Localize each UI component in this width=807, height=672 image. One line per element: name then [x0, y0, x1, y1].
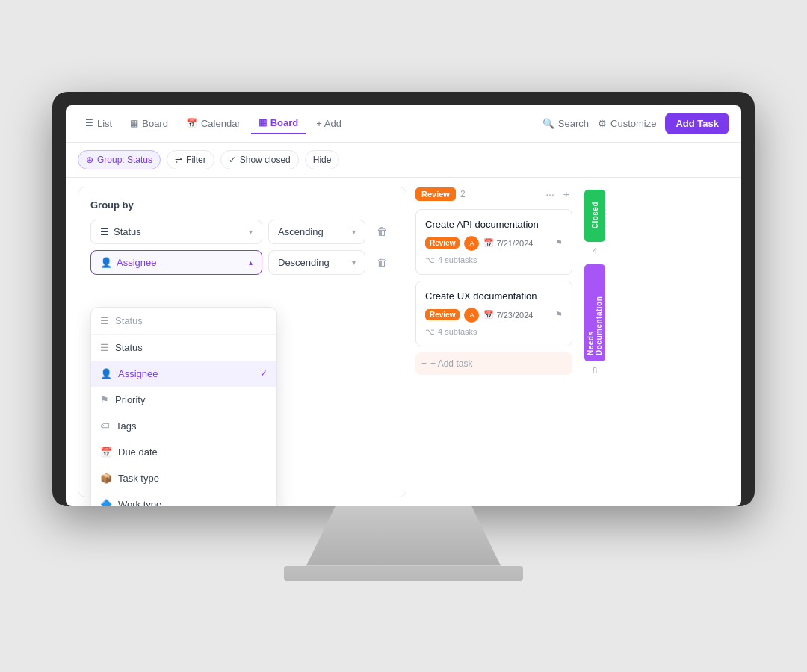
group-status-chip[interactable]: ⊕ Group: Status: [78, 150, 161, 169]
task-meta-1: Review A 📅 7/21/2024 ⚑: [425, 236, 563, 251]
task-subtasks-2: ⌥ 4 subtasks: [425, 327, 563, 337]
subtask-icon-1: ⌥: [425, 255, 435, 265]
board-area: Review 2 ··· + Create API documentation: [415, 187, 729, 497]
task-card-1: Create API documentation Review A 📅 7/21…: [415, 209, 572, 275]
list-icon: ☰: [85, 118, 93, 128]
filter-chip[interactable]: ⇌ Filter: [167, 150, 214, 169]
dropdown-item-status[interactable]: ☰ Status: [91, 335, 276, 361]
task-card-2: Create UX documentation Review A 📅 7/23/…: [415, 281, 572, 346]
chevron-up-icon: ▴: [249, 258, 253, 267]
chevron-down-icon-1: ▾: [249, 228, 253, 236]
group-icon: ⊕: [86, 155, 93, 165]
tab-list[interactable]: ☰ List: [78, 113, 120, 134]
needs-doc-badge[interactable]: Needs Documentation: [584, 264, 605, 361]
review-badge: Review: [415, 187, 456, 201]
needs-doc-label: Needs Documentation: [584, 264, 606, 361]
hide-chip[interactable]: Hide: [305, 150, 340, 169]
plus-icon-review: +: [421, 358, 427, 369]
tab-calendar[interactable]: 📅 Calendar: [179, 113, 248, 134]
delete-row-1-button[interactable]: 🗑: [371, 221, 392, 242]
priority-icon: ⚑: [100, 394, 109, 405]
board-icon-2: ▦: [259, 117, 267, 128]
search-button[interactable]: 🔍 Search: [542, 118, 589, 129]
assignee-icon: 👤: [100, 368, 112, 379]
dropdown-item-priority[interactable]: ⚑ Priority: [91, 387, 276, 413]
dropdown-item-assignee[interactable]: 👤 Assignee ✓: [91, 361, 276, 387]
chevron-down-icon-2: ▾: [352, 228, 356, 236]
column-more-button[interactable]: ···: [542, 187, 557, 202]
needs-doc-count: 8: [593, 366, 597, 375]
calendar-icon-1: 📅: [483, 238, 494, 248]
tags-icon: 🏷: [100, 420, 110, 432]
task-title-1: Create API documentation: [425, 219, 563, 230]
column-add-button[interactable]: +: [560, 187, 572, 202]
subtask-icon-2: ⌥: [425, 327, 435, 337]
group-by-title: Group by: [90, 199, 394, 211]
check-circle-icon: ✓: [229, 155, 236, 165]
check-icon: ✓: [260, 368, 268, 379]
tab-board-old[interactable]: ▦ Board: [123, 113, 176, 134]
task-subtasks-1: ⌥ 4 subtasks: [425, 255, 563, 265]
order-select-1[interactable]: Ascending ▾: [268, 220, 365, 244]
calendar-icon-2: 📅: [483, 310, 494, 320]
dropdown-item-work-type[interactable]: 🔷 Work type: [91, 491, 276, 506]
nav-right: 🔍 Search ⚙ Customize Add Task: [542, 113, 729, 134]
add-button[interactable]: + Add: [309, 113, 349, 134]
closed-vertical-group: Closed 4: [581, 190, 608, 255]
work-type-icon: 🔷: [100, 499, 112, 506]
customize-button[interactable]: ⚙ Customize: [598, 118, 656, 129]
flag-icon-2: ⚑: [555, 310, 563, 320]
assignee-select-icon: 👤: [100, 257, 112, 268]
task-title-2: Create UX documentation: [425, 290, 563, 302]
delete-row-2-button[interactable]: 🗑: [371, 252, 392, 273]
top-nav: ☰ List ▦ Board 📅 Calendar ▦ Board: [66, 105, 741, 143]
task-date-1: 📅 7/21/2024: [483, 238, 533, 248]
search-icon: 🔍: [542, 118, 554, 129]
closed-count: 4: [593, 246, 597, 255]
task-type-icon: 📦: [100, 473, 112, 484]
dropdown-item-due-date[interactable]: 📅 Due date: [91, 439, 276, 465]
dropdown-header: ☰ Status: [91, 308, 276, 335]
closed-badge[interactable]: Closed: [584, 190, 605, 242]
status-icon: ☰: [100, 342, 109, 353]
needs-doc-vertical-group: Needs Documentation 8: [581, 264, 608, 375]
task-date-2: 📅 7/23/2024: [483, 310, 533, 320]
board-icon-1: ▦: [130, 118, 138, 128]
group-by-select-2[interactable]: 👤 Assignee ▴: [90, 250, 262, 275]
chevron-down-icon-3: ▾: [352, 258, 356, 267]
column-review: Review 2 ··· + Create API documentation: [415, 187, 572, 497]
dropdown-item-task-type[interactable]: 📦 Task type: [91, 465, 276, 491]
task-meta-2: Review A 📅 7/23/2024 ⚑: [425, 308, 563, 323]
show-closed-chip[interactable]: ✓ Show closed: [220, 150, 299, 169]
group-by-select-1[interactable]: ☰ Status ▾: [90, 220, 262, 244]
task-badge-2: Review: [425, 309, 460, 320]
closed-columns-area: Closed 4 Needs Documentation 8: [581, 187, 608, 497]
add-task-button[interactable]: Add Task: [665, 113, 729, 134]
column-header-review: Review 2 ··· +: [415, 187, 572, 202]
task-badge-1: Review: [425, 237, 460, 249]
tab-board[interactable]: ▦ Board: [251, 113, 306, 134]
review-count: 2: [460, 189, 466, 199]
calendar-icon: 📅: [186, 118, 197, 128]
dropdown-menu: ☰ Status ☰ Status �: [90, 307, 277, 506]
app-container: ☰ List ▦ Board 📅 Calendar ▦ Board: [66, 105, 741, 506]
group-by-row-1: ☰ Status ▾ Ascending ▾ 🗑: [90, 220, 394, 244]
flag-icon-1: ⚑: [555, 238, 563, 248]
gear-icon: ⚙: [598, 118, 607, 129]
dropdown-item-tags[interactable]: 🏷 Tags: [91, 413, 276, 439]
sub-toolbar: ⊕ Group: Status ⇌ Filter ✓ Show closed H…: [66, 143, 741, 178]
avatar-1: A: [464, 236, 479, 251]
closed-label: Closed: [588, 197, 602, 233]
group-by-panel: Group by ☰ Status ▾ Ascend: [78, 187, 406, 497]
add-task-review-button[interactable]: + + Add task: [415, 352, 572, 375]
due-date-icon: 📅: [100, 447, 112, 458]
group-by-row-2: 👤 Assignee ▴ Descending ▾ 🗑: [90, 250, 394, 275]
main-content: Group by ☰ Status ▾ Ascend: [66, 178, 741, 506]
avatar-2: A: [464, 308, 479, 323]
dropdown-header-icon: ☰: [100, 315, 109, 326]
filter-icon: ⇌: [175, 155, 182, 165]
status-select-icon: ☰: [100, 226, 109, 237]
order-select-2[interactable]: Descending ▾: [268, 250, 365, 275]
